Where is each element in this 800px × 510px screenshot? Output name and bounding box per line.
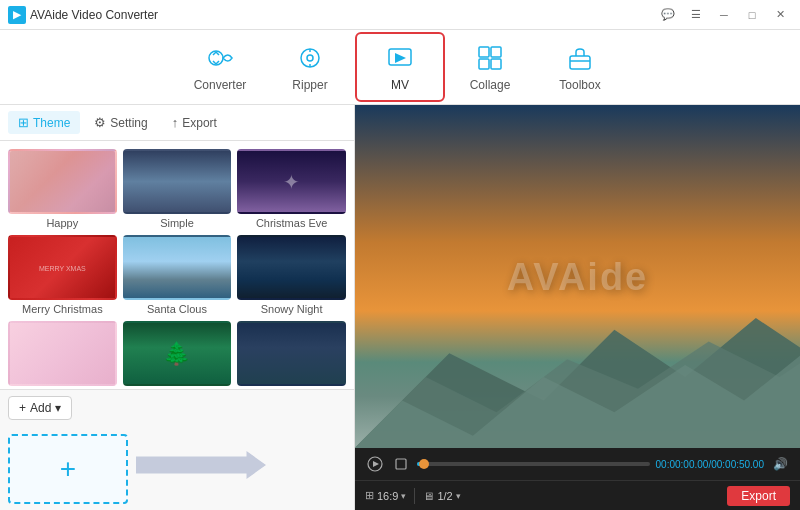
svg-marker-16: [373, 461, 379, 467]
theme-thumb-merry-christmas: [8, 235, 117, 300]
svg-point-0: [209, 51, 223, 65]
theme-thumb-simple: [123, 149, 232, 214]
sub-nav: ⊞ Theme ⚙ Setting ↑ Export: [0, 105, 354, 141]
arrow-indicator: [136, 451, 266, 479]
nav-item-mv[interactable]: MV: [355, 32, 445, 102]
nav-bar: Converter Ripper MV Collage Toolbox: [0, 30, 800, 105]
svg-rect-9: [491, 59, 501, 69]
stop-button[interactable]: [391, 454, 411, 474]
nav-label-toolbox: Toolbox: [559, 78, 600, 92]
theme-item-santa-claus[interactable]: Santa Clous: [123, 235, 232, 315]
page-select[interactable]: 🖥 1/2 ▾: [423, 490, 460, 502]
theme-item-happy[interactable]: Happy: [8, 149, 117, 229]
menu-button[interactable]: ☰: [684, 5, 708, 25]
theme-thumb-christmas-tree: [123, 321, 232, 386]
theme-item-simple[interactable]: Simple: [123, 149, 232, 229]
sub-nav-setting-label: Setting: [110, 116, 147, 130]
theme-item-merry-christmas[interactable]: Merry Christmas: [8, 235, 117, 315]
svg-rect-8: [479, 59, 489, 69]
left-panel: ⊞ Theme ⚙ Setting ↑ Export Happy: [0, 105, 355, 510]
svg-rect-17: [396, 459, 406, 469]
add-button-label: Add: [30, 401, 51, 415]
maximize-button[interactable]: □: [740, 5, 764, 25]
theme-label-merry-christmas: Merry Christmas: [22, 303, 103, 315]
progress-bar[interactable]: [417, 462, 650, 466]
main-content: ⊞ Theme ⚙ Setting ↑ Export Happy: [0, 105, 800, 510]
theme-item-snowy-night[interactable]: Snowy Night: [237, 235, 346, 315]
theme-item-beautiful-christmas[interactable]: Beautiful Christmas: [237, 321, 346, 389]
nav-item-converter[interactable]: Converter: [175, 32, 265, 102]
video-preview: AVAide: [355, 105, 800, 448]
theme-grid: Happy Simple Christmas Eve Merry Christm…: [0, 141, 354, 389]
nav-label-converter: Converter: [194, 78, 247, 92]
theme-item-stripes-waves[interactable]: Stripes & Waves: [8, 321, 117, 389]
add-plus-icon: +: [19, 401, 26, 415]
add-button[interactable]: + Add ▾: [8, 396, 72, 420]
theme-label-christmas-eve: Christmas Eve: [256, 217, 328, 229]
play-button[interactable]: [365, 454, 385, 474]
minimize-button[interactable]: ─: [712, 5, 736, 25]
theme-thumb-beautiful-christmas: [237, 321, 346, 386]
add-bar: + Add ▾: [8, 396, 346, 420]
preview-background: AVAide: [355, 105, 800, 448]
chat-button[interactable]: 💬: [656, 5, 680, 25]
drop-area[interactable]: +: [8, 434, 128, 504]
page-value: 1/2: [437, 490, 452, 502]
theme-thumb-snowy-night: [237, 235, 346, 300]
theme-label-happy: Happy: [46, 217, 78, 229]
nav-item-toolbox[interactable]: Toolbox: [535, 32, 625, 102]
setting-gear-icon: ⚙: [94, 115, 106, 130]
close-button[interactable]: ✕: [768, 5, 792, 25]
mv-icon: [384, 42, 416, 74]
theme-label-santa-claus: Santa Clous: [147, 303, 207, 315]
time-display: 00:00:00.00/00:00:50.00: [656, 459, 764, 470]
ratio-icon: ⊞: [365, 489, 374, 502]
nav-item-collage[interactable]: Collage: [445, 32, 535, 102]
nav-label-collage: Collage: [470, 78, 511, 92]
sub-nav-export[interactable]: ↑ Export: [162, 111, 227, 134]
nav-label-mv: MV: [391, 78, 409, 92]
bottom-section: + Add ▾ +: [0, 389, 354, 510]
monitor-icon: 🖥: [423, 490, 434, 502]
nav-item-ripper[interactable]: Ripper: [265, 32, 355, 102]
logo-icon: ▶: [8, 6, 26, 24]
theme-thumb-christmas-eve: [237, 149, 346, 214]
progress-dot: [419, 459, 429, 469]
arrow-body: [136, 451, 266, 479]
theme-thumb-santa-claus: [123, 235, 232, 300]
ratio-select[interactable]: ⊞ 16:9 ▾: [365, 489, 406, 502]
svg-point-2: [307, 55, 313, 61]
theme-item-christmas-tree[interactable]: Christmas Tree: [123, 321, 232, 389]
sub-nav-theme-label: Theme: [33, 116, 70, 130]
export-arrow-icon: ↑: [172, 115, 179, 130]
controls-divider: [414, 488, 415, 504]
add-chevron-icon: ▾: [55, 401, 61, 415]
export-button[interactable]: Export: [727, 486, 790, 506]
sub-nav-export-label: Export: [182, 116, 217, 130]
nav-label-ripper: Ripper: [292, 78, 327, 92]
bottom-controls: ⊞ 16:9 ▾ 🖥 1/2 ▾ Export: [355, 480, 800, 510]
ripper-icon: [294, 42, 326, 74]
app-title: AVAide Video Converter: [30, 8, 158, 22]
watermark-text: AVAide: [507, 255, 649, 298]
theme-item-christmas-eve[interactable]: Christmas Eve: [237, 149, 346, 229]
theme-label-snowy-night: Snowy Night: [261, 303, 323, 315]
svg-rect-7: [491, 47, 501, 57]
svg-rect-10: [570, 56, 590, 69]
video-controls: 00:00:00.00/00:00:50.00 🔊: [355, 448, 800, 480]
converter-icon: [204, 42, 236, 74]
theme-thumb-stripes: [8, 321, 117, 386]
app-logo: ▶ AVAide Video Converter: [8, 6, 158, 24]
theme-thumb-happy: [8, 149, 117, 214]
title-bar: ▶ AVAide Video Converter 💬 ☰ ─ □ ✕: [0, 0, 800, 30]
ratio-chevron-icon: ▾: [401, 491, 406, 501]
sub-nav-setting[interactable]: ⚙ Setting: [84, 111, 157, 134]
toolbox-icon: [564, 42, 596, 74]
sub-nav-theme[interactable]: ⊞ Theme: [8, 111, 80, 134]
page-chevron-icon: ▾: [456, 491, 461, 501]
theme-grid-icon: ⊞: [18, 115, 29, 130]
window-controls: 💬 ☰ ─ □ ✕: [656, 5, 792, 25]
collage-icon: [474, 42, 506, 74]
volume-button[interactable]: 🔊: [770, 454, 790, 474]
drop-plus-icon: +: [60, 453, 76, 485]
